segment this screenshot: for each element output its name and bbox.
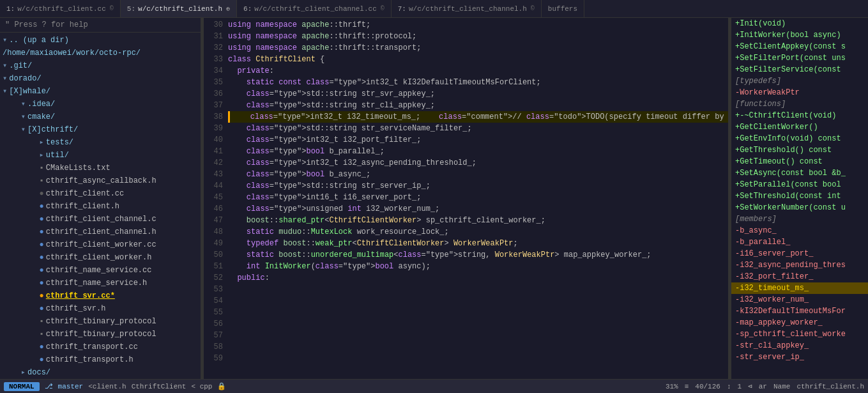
- code-line-47: class="type">std::string str_server_ip_;: [228, 180, 728, 192]
- tree-item-23[interactable]: ▪cthrift_tbinary_protocol: [0, 328, 201, 341]
- status-file2: CthriftClient: [132, 383, 187, 390]
- tag-item-8[interactable]: +-~CthriftClient(void): [731, 110, 868, 121]
- tree-item-14[interactable]: ●cthrift_client_channel.c: [0, 213, 201, 226]
- tag-item-10[interactable]: +GetEnvInfo(void) const: [731, 133, 868, 144]
- tag-item-11[interactable]: +GetThreshold() const: [731, 144, 868, 156]
- tree-item-18[interactable]: ●cthrift_name_service.cc: [0, 264, 201, 277]
- tab-6-icon: ©: [381, 5, 385, 12]
- status-branch: master: [58, 383, 84, 390]
- tag-item-28[interactable]: -str_cli_appkey_: [731, 340, 868, 351]
- tab-6[interactable]: 6: w/c/cthrift_client_channel.cc ©: [237, 0, 392, 17]
- tab-7-num: 7:: [398, 5, 406, 13]
- code-line-36: static const class="type">int32_t kI32De…: [228, 77, 728, 88]
- tag-item-23[interactable]: -i32_timeout_ms_: [731, 282, 868, 294]
- tag-item-18[interactable]: -b_async_: [731, 225, 868, 236]
- status-line-icon: ≡: [685, 383, 689, 390]
- tree-item-6[interactable]: ▾cmake/: [0, 111, 201, 123]
- tag-item-20[interactable]: -i16_server_port_: [731, 248, 868, 259]
- sidebar-tree[interactable]: ▾.. (up a dir)/home/maxiaowei/work/octo-…: [0, 33, 201, 379]
- code-line-48: class="type">int16_t i16_server_port_;: [228, 192, 728, 203]
- tree-item-15[interactable]: ●cthrift_client_channel.h: [0, 226, 201, 238]
- tag-item-19[interactable]: -b_parallel_: [731, 236, 868, 248]
- tag-item-22[interactable]: -i32_port_filter_: [731, 271, 868, 282]
- sidebar: " Press ? for help ▾.. (up a dir)/home/m…: [0, 18, 201, 379]
- code-line-57: int InitWorker(class="type">bool async);: [228, 261, 728, 272]
- tag-item-0[interactable]: +Init(void): [731, 18, 868, 29]
- tab-buffers-label: buffers: [548, 5, 577, 13]
- status-col-icon: ↕: [727, 383, 731, 390]
- tag-item-14[interactable]: +SetParallel(const bool: [731, 179, 868, 190]
- code-line-59: public:: [228, 272, 728, 284]
- tab-buffers[interactable]: buffers: [542, 0, 584, 17]
- tree-item-10[interactable]: ▪CMakeLists.txt: [0, 162, 201, 174]
- code-line-42: class="type">int32_t i32_port_filter_;: [228, 134, 728, 146]
- tag-item-4[interactable]: +SetFilterService(const: [731, 64, 868, 75]
- tree-item-5[interactable]: ▾.idea/: [0, 98, 201, 111]
- tag-item-9[interactable]: +GetClientWorker(): [731, 121, 868, 133]
- code-line-31: using namespace apache::thrift::protocol…: [228, 31, 728, 42]
- tree-item-0[interactable]: ▾.. (up a dir): [0, 34, 201, 47]
- tree-item-16[interactable]: ●cthrift_client_worker.cc: [0, 238, 201, 251]
- tag-item-13[interactable]: +SetAsync(const bool &b_: [731, 167, 868, 179]
- tab-5[interactable]: 5: w/c/cthrift_client.h ⊕: [121, 0, 237, 17]
- status-file3: < cpp: [191, 383, 212, 390]
- code-line-41: class="type">std::string str_serviceName…: [228, 123, 728, 134]
- tag-item-29[interactable]: -str_server_ip_: [731, 351, 868, 363]
- tag-item-25[interactable]: -kI32DefaultTimeoutMsFor: [731, 305, 868, 317]
- tag-list[interactable]: +Init(void)+InitWorker(bool async)+SetCl…: [731, 18, 868, 379]
- tab-6-label: w/c/cthrift_client_channel.cc: [254, 5, 376, 13]
- tree-item-1[interactable]: /home/maxiaowei/work/octo-rpc/: [0, 47, 201, 59]
- tree-item-19[interactable]: ●cthrift_name_service.h: [0, 277, 201, 289]
- tag-item-16[interactable]: +SetWorkerNumber(const u: [731, 202, 868, 213]
- tag-item-17[interactable]: [members]: [731, 213, 868, 225]
- tag-item-24[interactable]: -i32_worker_num_: [731, 294, 868, 305]
- tree-item-8[interactable]: ▸tests/: [0, 136, 201, 149]
- tree-item-20[interactable]: ●cthrift_svr.cc*: [0, 289, 201, 302]
- tree-item-9[interactable]: ▸util/: [0, 149, 201, 162]
- status-branch-icon: ⎇: [45, 382, 53, 390]
- tree-item-2[interactable]: ▾.git/: [0, 59, 201, 72]
- tag-item-27[interactable]: -sp_cthrift_client_worke: [731, 328, 868, 340]
- tag-item-3[interactable]: +SetFilterPort(const uns: [731, 52, 868, 64]
- code-line-40: class="type">int32_t i32_timeout_ms_; cl…: [228, 111, 728, 123]
- code-line-55: static boost::unordered_multimap<class="…: [228, 249, 728, 261]
- tab-6-num: 6:: [243, 5, 252, 13]
- tree-item-12[interactable]: ●cthrift_client.cc: [0, 187, 201, 200]
- tag-item-15[interactable]: +SetThreshold(const int: [731, 190, 868, 202]
- tree-item-24[interactable]: ●cthrift_transport.cc: [0, 341, 201, 353]
- tag-item-12[interactable]: +GetTimeout() const: [731, 156, 868, 167]
- code-line-45: class="type">bool b_async_;: [228, 169, 728, 180]
- tag-item-1[interactable]: +InitWorker(bool async): [731, 29, 868, 41]
- tab-1[interactable]: 1: w/c/cthrift_client.cc ©: [0, 0, 121, 17]
- status-col: 1: [738, 383, 742, 390]
- tag-item-26[interactable]: -map_appkey_worker_: [731, 317, 868, 328]
- tree-item-7[interactable]: ▾[X]cthrift/: [0, 123, 201, 136]
- code-line-43: class="type">bool b_parallel_;: [228, 146, 728, 157]
- line-numbers: 3031323334353637383940414243444546474849…: [204, 18, 228, 379]
- tree-item-13[interactable]: ●cthrift_client.h: [0, 200, 201, 213]
- tree-item-26[interactable]: ▸docs/: [0, 366, 201, 379]
- tree-item-11[interactable]: ▪cthrift_async_callback.h: [0, 174, 201, 187]
- tab-7-label: w/c/cthrift_client_channel.h: [409, 5, 527, 13]
- tab-5-close[interactable]: ⊕: [226, 5, 230, 13]
- tag-item-7[interactable]: [functions]: [731, 98, 868, 110]
- code-line-49: class="type">unsigned int i32_worker_num…: [228, 203, 728, 215]
- tree-item-25[interactable]: ●cthrift_transport.h: [0, 353, 201, 366]
- tag-item-6[interactable]: -WorkerWeakPtr: [731, 87, 868, 98]
- tree-item-17[interactable]: ●cthrift_client_worker.h: [0, 251, 201, 264]
- tab-1-label: w/c/cthrift_client.cc: [17, 5, 106, 13]
- tag-item-2[interactable]: +SetClientAppkey(const s: [731, 41, 868, 52]
- tag-item-5[interactable]: [typedefs]: [731, 75, 868, 87]
- tag-item-21[interactable]: -i32_async_pending_thres: [731, 259, 868, 271]
- code-line-44: class="type">int32_t i32_async_pending_t…: [228, 157, 728, 169]
- tab-7-icon: ©: [531, 5, 535, 12]
- tree-item-3[interactable]: ▾dorado/: [0, 72, 201, 85]
- tree-item-22[interactable]: ▪cthrift_tbinary_protocol: [0, 315, 201, 328]
- tree-item-4[interactable]: ▾[X]whale/: [0, 85, 201, 98]
- code-line-30: using namespace apache::thrift;: [228, 19, 728, 31]
- code-line-54: typedef boost::weak_ptr<CthriftClientWor…: [228, 238, 728, 249]
- tree-item-21[interactable]: ●cthrift_svr.h: [0, 302, 201, 315]
- tab-bar: 1: w/c/cthrift_client.cc © 5: w/c/cthrif…: [0, 0, 868, 18]
- tab-7[interactable]: 7: w/c/cthrift_client_channel.h ©: [392, 0, 542, 17]
- code-lines[interactable]: using namespace apache::thrift;using nam…: [228, 18, 728, 379]
